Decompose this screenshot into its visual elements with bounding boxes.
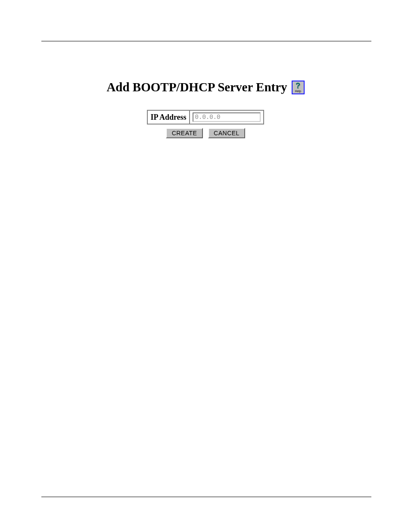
cancel-button[interactable]: CANCEL: [208, 128, 245, 138]
footer-rule: [41, 497, 371, 497]
button-row: CREATE CANCEL: [166, 128, 245, 138]
ip-address-cell: [190, 111, 263, 124]
page-title: Add BOOTP/DHCP Server Entry: [106, 80, 287, 94]
title-row: Add BOOTP/DHCP Server Entry ? Help: [0, 80, 411, 94]
help-label: Help: [295, 90, 301, 93]
ip-address-input[interactable]: [193, 112, 261, 122]
help-button[interactable]: ? Help: [292, 81, 305, 94]
ip-address-label: IP Address: [148, 111, 190, 124]
help-icon: ?: [296, 82, 300, 90]
create-button[interactable]: CREATE: [166, 128, 203, 138]
page: Add BOOTP/DHCP Server Entry ? Help IP Ad…: [0, 0, 411, 532]
field-table: IP Address: [147, 110, 264, 124]
content-area: Add BOOTP/DHCP Server Entry ? Help IP Ad…: [0, 80, 411, 138]
header-rule: [41, 41, 371, 41]
form-area: IP Address CREATE CANCEL: [0, 110, 411, 138]
